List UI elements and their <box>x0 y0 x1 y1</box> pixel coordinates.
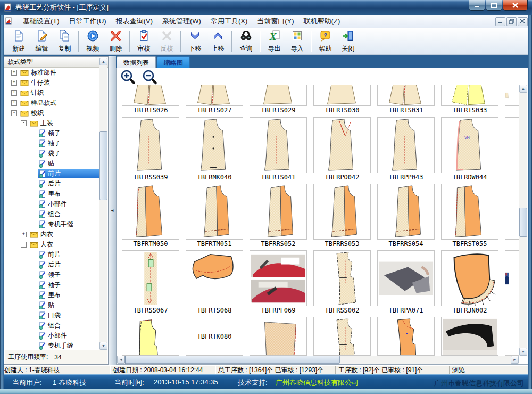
toolbar-button-video-play[interactable]: 视频 <box>81 29 104 54</box>
menu-item-1[interactable]: 日常工作(U) <box>64 15 111 28</box>
thumbnail-cell[interactable] <box>505 317 519 356</box>
thumbnail-cell[interactable] <box>313 317 371 356</box>
minimize-button[interactable] <box>469 0 485 11</box>
tab-thumbnails[interactable]: 缩略图 <box>157 56 190 68</box>
thumbnail-cell-TBFRSS067[interactable]: TBFRSS067 <box>122 250 179 314</box>
thumbnail-image-TBFRTS068[interactable] <box>186 250 243 306</box>
mdi-restore-button[interactable] <box>506 17 517 26</box>
tree-item-上装[interactable]: -上装 <box>5 118 99 128</box>
thumbnail-image-TBFRPO042[interactable] <box>313 117 371 173</box>
thumbnail-image[interactable] <box>505 250 519 306</box>
thumbnail-cell-TBFRSS002[interactable]: TBFRSS002 <box>313 250 371 314</box>
tree-item-body[interactable]: 专机手缝 <box>38 341 99 350</box>
tree-item-body[interactable]: 样品款式 <box>20 98 99 108</box>
thumbnail-image-TBFRST055[interactable] <box>441 184 498 240</box>
thumbnail-image-TBFRTM050[interactable] <box>122 184 179 240</box>
tree-item-样品款式[interactable]: +样品款式 <box>5 98 99 108</box>
grid-horizontal-scrollbar[interactable]: ◄ ► <box>117 356 519 364</box>
maximize-button[interactable] <box>486 0 502 11</box>
expand-icon[interactable]: + <box>11 100 17 106</box>
toolbar-button-audit-check[interactable]: 审核 <box>132 29 155 54</box>
thumbnail-image-TBFRTS027[interactable] <box>186 85 243 106</box>
tree-item-后片[interactable]: 后片 <box>5 260 99 270</box>
tree-item-body[interactable]: 上装 <box>29 119 99 128</box>
tree-item-body[interactable]: 专机手缝 <box>38 220 99 229</box>
thumbnail-cell-TBFRRS053[interactable]: TBFRRS053 <box>313 184 371 248</box>
toolbar-button-excel-export[interactable]: X导出 <box>263 29 286 54</box>
toolbar-button-delete-x[interactable]: 删除 <box>104 29 127 54</box>
thumbnail-cell-TBFRJN002[interactable]: TBFRJN002 <box>441 250 498 314</box>
tree-item-body[interactable]: 小部件 <box>38 200 99 209</box>
thumbnail-cell-TBFRTS026[interactable]: TBFRTS026 <box>122 85 179 114</box>
tree-item-body[interactable]: 贴 <box>38 159 99 168</box>
tree-item-body[interactable]: 袖子 <box>38 139 99 148</box>
collapse-icon[interactable]: - <box>21 242 27 248</box>
tree-item-body[interactable]: 口袋 <box>38 311 99 320</box>
tree-item-body[interactable]: 后片 <box>38 260 99 269</box>
tree-item-body[interactable]: 后片 <box>38 179 99 188</box>
tree-item-前片[interactable]: 前片 <box>5 169 99 179</box>
expand-icon[interactable]: + <box>11 70 17 76</box>
tree-item-body[interactable]: 领子 <box>38 129 99 138</box>
tree-item-body[interactable]: 袖子 <box>38 281 99 290</box>
thumbnail-cell-TBFRRS052[interactable]: TBFRRS052 <box>250 184 307 248</box>
thumbnail-image-TBFRTS041[interactable] <box>250 117 307 173</box>
collapse-icon[interactable]: - <box>11 110 17 116</box>
thumbnail-image[interactable] <box>505 117 519 173</box>
tree-item-body[interactable]: 梭织 <box>20 109 99 118</box>
thumbnail-image[interactable] <box>122 317 179 356</box>
mdi-minimize-button[interactable] <box>495 17 505 26</box>
tree-item-贴[interactable]: 贴 <box>5 300 99 310</box>
panel-splitter[interactable]: ◄ <box>109 56 116 365</box>
scroll-up-icon[interactable]: ▲ <box>519 85 527 93</box>
thumbnail-cell[interactable] <box>441 317 498 356</box>
menu-item-6[interactable]: 联机帮助(Z) <box>299 15 345 28</box>
expand-icon[interactable]: + <box>11 90 17 96</box>
thumbnail-cell-TBFRTS027[interactable]: TBFRTS027 <box>186 85 243 114</box>
thumbnail-cell-TBFRTS068[interactable]: TBFRTS068 <box>186 250 243 314</box>
tree-item-body[interactable]: 小部件 <box>38 331 99 340</box>
tree-item-袖子[interactable]: 袖子 <box>5 280 99 290</box>
tree-item-组合[interactable]: 组合 <box>5 209 99 219</box>
thumbnail-image-TBFRTS033[interactable] <box>441 85 498 106</box>
thumbnail-cell-TBFRPA071[interactable]: TBFRPA071 <box>377 250 435 314</box>
tree-item-body[interactable]: 针织 <box>20 88 99 97</box>
thumbnail-cell-TBFRRS054[interactable]: TBFRRS054 <box>377 184 435 248</box>
thumbnail-image-TBFRTS031[interactable] <box>377 85 435 106</box>
thumbnail-image-TBFRJN002[interactable] <box>441 250 498 306</box>
thumbnail-cell[interactable] <box>122 317 179 356</box>
tree-item-袋子[interactable]: 袋子 <box>5 149 99 159</box>
tree-item-小部件[interactable]: 小部件 <box>5 331 99 341</box>
tree-item-大衣[interactable]: -大衣 <box>5 240 99 250</box>
tree-item-里布[interactable]: 里布 <box>5 189 99 199</box>
tree-item-body[interactable]: 里布 <box>38 190 99 199</box>
tree-item-前片[interactable]: 前片 <box>5 250 99 260</box>
tree-item-领子[interactable]: 领子 <box>5 270 99 280</box>
tree-item-body[interactable]: 袋子 <box>38 149 99 158</box>
thumbnail-image[interactable] <box>441 317 498 356</box>
thumbnail-cell-TBFRPF069[interactable]: TBFRPF069 <box>250 250 307 314</box>
thumbnail-cell-TBFRTS033[interactable]: TBFRTS033 <box>441 85 498 114</box>
thumbnail-image-TBFRPF069[interactable] <box>250 250 307 306</box>
tree-item-body[interactable]: 内衣 <box>29 230 99 239</box>
tab-data-list[interactable]: 数据列表 <box>117 56 156 68</box>
collapse-icon[interactable]: - <box>21 120 27 126</box>
thumbnail-cell-TBFRDW044[interactable]: VNTBFRDW044 <box>441 117 498 181</box>
menu-item-2[interactable]: 报表查询(V) <box>111 15 157 28</box>
tree-item-专机手缝[interactable]: 专机手缝 <box>5 341 99 350</box>
thumbnail-cell-TBFRTK080[interactable]: TBFRTK080 <box>186 317 243 356</box>
expand-icon[interactable]: + <box>21 232 27 237</box>
tree-item-标准部件[interactable]: +标准部件 <box>5 68 99 78</box>
tree-item-组合[interactable]: 组合 <box>5 321 99 331</box>
thumbnail-image-TBFRPP043[interactable] <box>377 117 435 173</box>
tree-item-body[interactable]: 贴 <box>38 301 99 310</box>
tree-item-body[interactable]: 组合 <box>38 210 99 219</box>
thumbnail-image-TBFRTS030[interactable] <box>313 85 371 106</box>
thumbnail-cell[interactable] <box>505 184 519 248</box>
thumbnail-image-TBFRTS029[interactable] <box>250 85 307 106</box>
toolbar-button-exit-door[interactable]: 关闭 <box>337 29 360 54</box>
thumbnail-image-TBFRPA071[interactable] <box>377 250 435 306</box>
tree-item-body[interactable]: 大衣 <box>29 240 99 249</box>
tree-scrollbar-thumb[interactable] <box>99 131 107 200</box>
toolbar-button-copy-doc[interactable]: 复制 <box>53 29 76 54</box>
